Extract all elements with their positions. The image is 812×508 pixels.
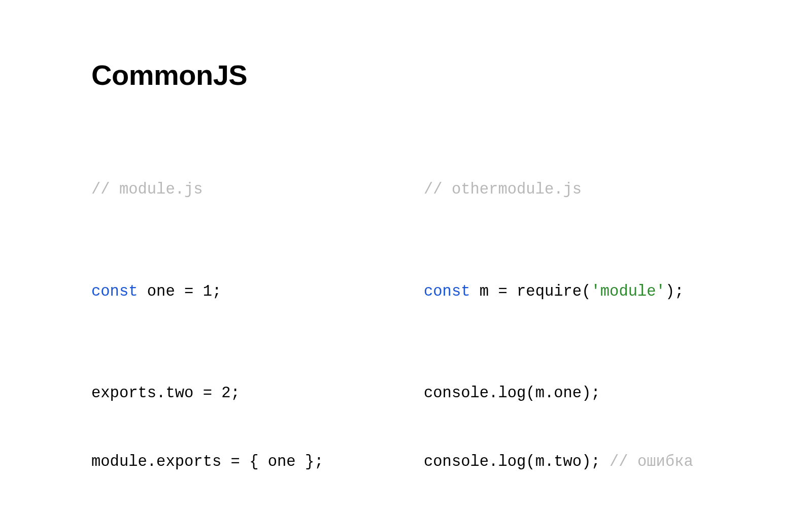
code-keyword: const bbox=[424, 283, 470, 300]
code-column-left: // module.js const one = 1; exports.two … bbox=[91, 147, 409, 505]
code-text: module.exports = { one }; bbox=[91, 453, 324, 470]
slide-title: CommonJS bbox=[91, 58, 721, 91]
code-comment-line: // module.js bbox=[91, 181, 409, 199]
code-text: console.log(m.two); bbox=[424, 453, 610, 470]
code-text: m = require( bbox=[470, 283, 591, 300]
code-text: exports.two = 2; bbox=[91, 385, 240, 402]
code-comment-line: // othermodule.js bbox=[424, 181, 693, 199]
code-text: one = 1; bbox=[138, 283, 222, 300]
code-string: 'module' bbox=[591, 283, 665, 300]
code-column-right: // othermodule.js const m = require('mod… bbox=[424, 147, 693, 505]
slide: CommonJS // module.js const one = 1; exp… bbox=[0, 0, 812, 508]
code-line: console.log(m.two); // ошибка bbox=[424, 454, 693, 471]
code-line: console.log(m.one); bbox=[424, 385, 693, 402]
code-line: const m = require('module'); bbox=[424, 283, 693, 301]
code-line: module.exports = { one }; bbox=[91, 454, 409, 471]
code-comment: // ошибка bbox=[610, 453, 693, 470]
code-text: console.log(m.one); bbox=[424, 385, 600, 402]
code-line: const one = 1; bbox=[91, 283, 409, 301]
code-columns: // module.js const one = 1; exports.two … bbox=[91, 147, 721, 505]
code-keyword: const bbox=[91, 283, 138, 300]
code-line: exports.two = 2; bbox=[91, 385, 409, 402]
code-text: ); bbox=[665, 283, 684, 300]
code-comment: // othermodule.js bbox=[424, 181, 582, 198]
code-comment: // module.js bbox=[91, 181, 203, 198]
